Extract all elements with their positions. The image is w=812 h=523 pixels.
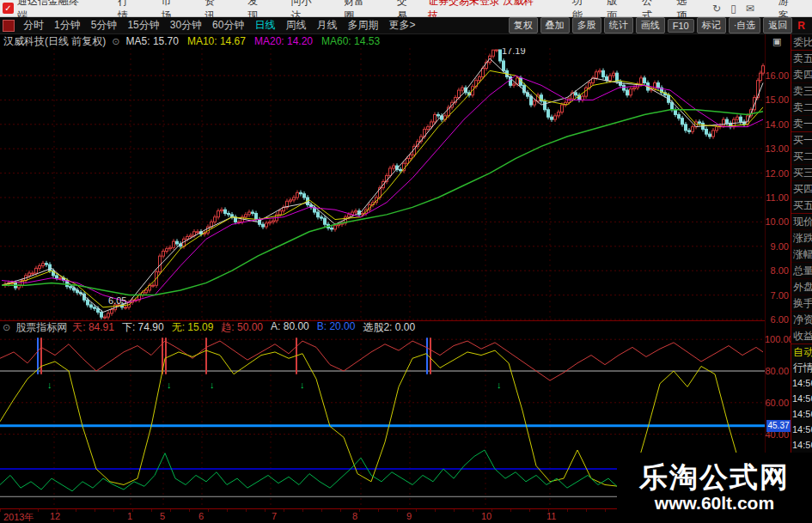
axis-price-label: 15.00 [765,94,789,106]
quote-row-label: 涨跌 [791,230,812,246]
indicator-value: 下: 74.90 [122,320,164,335]
toolbar-button[interactable]: 复权 [509,17,538,33]
axis-price-label: 80.00 [765,366,789,377]
tick-time: 14:56 [791,391,812,406]
axis-price-label: 60.00 [765,398,789,409]
toolbar-button[interactable]: 多股 [572,17,601,33]
indicator-header: ⊙ 股票指标网 天: 84.91下: 74.90无: 15.09趋: 50.00… [0,320,765,333]
period-tab[interactable]: 日线 [249,18,280,33]
toolbar-actions: 复权叠加多股统计画线F10标记·自选返回 [509,17,793,33]
sidebar-tab[interactable]: 自动 [791,344,812,360]
toolbar-button[interactable]: 统计 [604,17,633,33]
period-tab[interactable]: 15分钟 [122,18,164,33]
quote-row-label: 卖二 [791,100,812,116]
collapse-icon[interactable]: ⊙ [112,36,119,47]
sidebar-tabs: 自动行情 [791,344,812,375]
axis-date-label: 1 [127,511,132,521]
toolbar-button[interactable]: ·自选 [729,17,761,33]
svg-text:6.05: 6.05 [108,295,126,306]
indicator-value: 选股2: 0.00 [363,320,415,335]
period-tab[interactable]: 更多> [383,18,420,33]
watermark: 乐淘公式网 www.60lt.com [617,453,812,523]
mail-icon[interactable]: ✉ [746,3,754,15]
svg-text:↓: ↓ [167,380,172,390]
candlestick-chart[interactable]: 17.196.05 [0,48,765,320]
toolbar-button[interactable]: 画线 [636,17,665,33]
period-tab[interactable]: 1分钟 [49,18,86,33]
axis-price-label: 6.00 [765,314,789,325]
quote-row-label: 买五 [791,198,812,214]
indicator-value: A: 80.00 [271,320,309,335]
period-tab[interactable]: 60分钟 [207,18,249,33]
watermark-url: www.60lt.com [655,493,774,514]
tick-time: 14:56 [791,375,812,391]
quote-row-label: 总量 [791,263,812,279]
svg-text:↓: ↓ [47,380,52,390]
period-tab[interactable]: 分时 [18,18,49,33]
chart-header: 汉威科技(日线 前复权) ⊙ MA5: 15.70MA10: 14.67MA20… [0,34,765,48]
axis-date-label: 7 [272,511,277,521]
period-tab[interactable]: 5分钟 [86,18,123,33]
sidebar-tab[interactable]: 行情 [791,360,812,375]
period-tab[interactable]: 月线 [311,18,342,33]
indicator-value: 天: 84.91 [72,320,114,335]
indicator-value: B: 20.00 [317,320,356,335]
toolbar-button[interactable]: 返回 [763,17,792,33]
axis-price-label: 16.00 [765,70,789,82]
axis-date-label: 8 [352,511,357,521]
quote-row-label: 买四 [791,181,812,198]
axis-date-label: 10 [481,511,491,521]
ma-legend: MA5: 15.70MA10: 14.67MA20: 14.20MA60: 14… [126,35,381,47]
axis-price-label: 9.00 [765,241,789,252]
toolbar-button[interactable]: 标记 [697,17,726,33]
period-toolbar: 分时1分钟5分钟15分钟30分钟60分钟日线周线月线多周期更多> 复权叠加多股统… [0,17,812,34]
menubar-icons: ↻ ▯ ✉ [712,3,754,15]
svg-text:↓: ↓ [300,380,305,390]
calendar-icon[interactable] [3,20,15,32]
quote-row-label: 涨幅 [791,246,812,263]
quote-row-label: 净资 [791,312,812,328]
window-mode-icon[interactable]: ▣ [772,36,781,47]
axis-price-label: 13.00 [765,143,789,155]
period-tab[interactable]: 多周期 [342,18,383,33]
toolbar-button[interactable]: F10 [668,19,694,33]
ma-value: MA10: 14.67 [187,35,246,47]
axis-date-label: 6 [198,511,204,521]
tick-time: 14:56 [791,437,812,453]
axis-price-label: 7.00 [765,290,789,301]
quote-row-label: 卖五 [791,51,812,67]
chart-title: 汉威科技(日线 前复权) [3,34,106,49]
axis-price-label: 11.00 [765,192,789,204]
axis-price-label: 12.00 [765,168,789,179]
indicator-collapse-icon[interactable]: ⊙ [3,322,10,333]
axis-price-label: 100.00 [765,334,789,345]
quote-row-label: 买一 [791,132,812,149]
top-menubar: ✓ 通达信金融终端 行情市场资讯发现问小达财富圈交易 证券交易未登录 汉威科技 … [0,0,812,17]
axis-price-label: 14.00 [765,119,789,131]
axis-price-label: 10.00 [765,216,789,228]
quote-row-label: 收益 [791,328,812,344]
quote-row-label: 买二 [791,149,812,165]
price-scale: 16.0015.0014.0013.0012.0011.0010.009.008… [765,34,791,508]
indicator-value-tag: 45.37 [766,420,791,432]
quote-row-label: 换手 [791,295,812,312]
refresh-icon[interactable]: ↻ [712,3,721,15]
axis-date-label: 12 [50,511,60,521]
app-logo-icon: ✓ [3,3,14,14]
axis-price-label: 8.00 [765,265,789,277]
tdx-terminal-window: ✓ 通达信金融终端 行情市场资讯发现问小达财富圈交易 证券交易未登录 汉威科技 … [0,0,812,523]
quote-row-label: 外盘 [791,279,812,295]
toolbar-button[interactable]: 叠加 [540,17,570,33]
svg-text:↓: ↓ [210,380,215,390]
quote-rows: 委比卖五卖四卖三卖二卖一买一买二买三买四买五现价涨跌涨幅总量外盘换手净资收益 [791,34,812,344]
quote-row-label: 卖四 [791,67,812,83]
quote-row-label: 委比 [791,34,812,51]
period-tab[interactable]: 30分钟 [165,18,207,33]
mobile-icon[interactable]: ▯ [730,3,736,15]
tick-time: 14:56 [791,406,812,422]
axis-date-label: 5 [160,511,165,521]
ma-value: MA20: 14.20 [254,35,313,47]
logo-glyph: ✓ [4,3,11,13]
indicator-name[interactable]: 股票指标网 [15,320,67,335]
period-tab[interactable]: 周线 [280,18,311,33]
